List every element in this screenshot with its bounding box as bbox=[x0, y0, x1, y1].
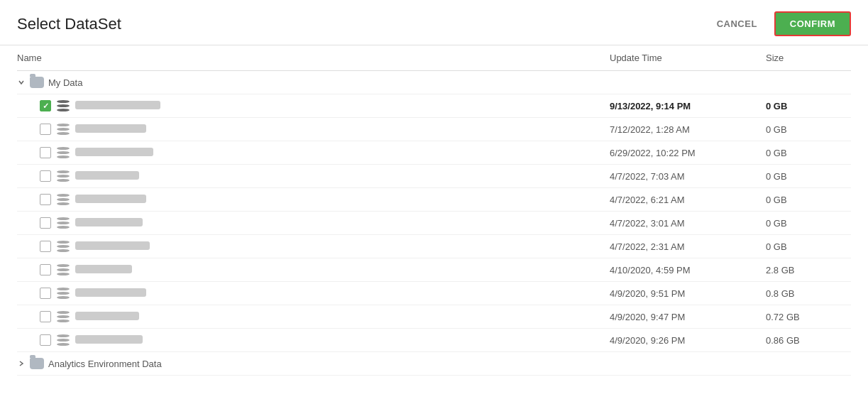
row-checkbox[interactable] bbox=[40, 194, 51, 205]
database-icon bbox=[57, 193, 70, 206]
row-size: 0.72 GB bbox=[766, 312, 851, 322]
row-checkbox[interactable] bbox=[40, 334, 51, 346]
database-icon bbox=[57, 240, 70, 253]
database-icon bbox=[57, 334, 70, 346]
row-checkbox[interactable] bbox=[40, 147, 51, 158]
table-row[interactable]: 9/13/2022, 9:14 PM0 GB bbox=[17, 94, 851, 118]
row-update-time: 4/9/2020, 9:51 PM bbox=[610, 288, 766, 299]
row-update-time: 4/7/2022, 7:03 AM bbox=[610, 171, 766, 182]
row-size: 2.8 GB bbox=[766, 265, 851, 275]
row-name bbox=[75, 288, 610, 299]
row-name bbox=[75, 241, 610, 252]
my-data-rows: 9/13/2022, 9:14 PM0 GB 7/12/2022, 1:28 A… bbox=[17, 94, 851, 352]
row-update-time: 4/7/2022, 6:21 AM bbox=[610, 195, 766, 205]
row-checkbox[interactable] bbox=[40, 217, 51, 229]
table-row[interactable]: 7/12/2022, 1:28 AM0 GB bbox=[17, 118, 851, 141]
row-name bbox=[75, 218, 610, 229]
row-checkbox[interactable] bbox=[40, 264, 51, 275]
col-header-update: Update Time bbox=[610, 53, 766, 63]
table-row[interactable]: 4/7/2022, 3:01 AM0 GB bbox=[17, 212, 851, 235]
row-update-time: 9/13/2022, 9:14 PM bbox=[610, 101, 766, 111]
row-checkbox[interactable] bbox=[40, 100, 51, 111]
row-checkbox[interactable] bbox=[40, 170, 51, 182]
row-update-time: 4/7/2022, 3:01 AM bbox=[610, 218, 766, 229]
row-update-time: 4/9/2020, 9:47 PM bbox=[610, 312, 766, 322]
row-name bbox=[75, 312, 610, 322]
row-size: 0 GB bbox=[766, 124, 851, 135]
row-checkbox[interactable] bbox=[40, 288, 51, 299]
table-row[interactable]: 4/9/2020, 9:51 PM0.8 GB bbox=[17, 282, 851, 305]
row-name bbox=[75, 265, 610, 275]
row-name bbox=[75, 101, 610, 111]
page-title: Select DataSet bbox=[17, 15, 121, 33]
table-row[interactable]: 6/29/2022, 10:22 PM0 GB bbox=[17, 141, 851, 165]
folder-icon bbox=[30, 358, 44, 369]
row-size: 0 GB bbox=[766, 241, 851, 252]
row-update-time: 6/29/2022, 10:22 PM bbox=[610, 148, 766, 158]
row-checkbox[interactable] bbox=[40, 311, 51, 322]
folder-toggle-analytics[interactable]: Analytics Environment Data bbox=[17, 358, 162, 369]
database-icon bbox=[57, 170, 70, 182]
row-size: 0 GB bbox=[766, 171, 851, 182]
folder-toggle-my-data[interactable]: My Data bbox=[17, 77, 82, 88]
confirm-button[interactable]: CONFIRM bbox=[774, 11, 851, 36]
row-size: 0.8 GB bbox=[766, 288, 851, 299]
chevron-right-icon bbox=[17, 359, 26, 368]
folder-analytics[interactable]: Analytics Environment Data bbox=[17, 352, 851, 376]
database-icon bbox=[57, 310, 70, 323]
header-actions: CANCEL CONFIRM bbox=[708, 11, 851, 36]
folder-name-my-data: My Data bbox=[48, 77, 82, 88]
dataset-table: Name Update Time Size My Data 9/13/2022,… bbox=[0, 45, 868, 376]
row-checkbox[interactable] bbox=[40, 241, 51, 252]
row-update-time: 7/12/2022, 1:28 AM bbox=[610, 124, 766, 135]
row-checkbox[interactable] bbox=[40, 124, 51, 135]
table-row[interactable]: 4/9/2020, 9:47 PM0.72 GB bbox=[17, 305, 851, 329]
database-icon bbox=[57, 146, 70, 159]
database-icon bbox=[57, 263, 70, 276]
row-size: 0 GB bbox=[766, 148, 851, 158]
row-update-time: 4/10/2020, 4:59 PM bbox=[610, 265, 766, 275]
row-size: 0 GB bbox=[766, 101, 851, 111]
row-name bbox=[75, 171, 610, 182]
chevron-down-icon bbox=[17, 78, 26, 87]
database-icon bbox=[57, 99, 70, 112]
database-icon bbox=[57, 123, 70, 136]
col-header-size: Size bbox=[766, 53, 851, 63]
row-update-time: 4/7/2022, 2:31 AM bbox=[610, 241, 766, 252]
folder-icon bbox=[30, 77, 44, 88]
database-icon bbox=[57, 217, 70, 229]
row-name bbox=[75, 148, 610, 158]
row-size: 0.86 GB bbox=[766, 335, 851, 346]
col-header-name: Name bbox=[17, 53, 610, 63]
table-row[interactable]: 4/7/2022, 2:31 AM0 GB bbox=[17, 235, 851, 258]
table-row[interactable]: 4/7/2022, 6:21 AM0 GB bbox=[17, 188, 851, 212]
row-size: 0 GB bbox=[766, 218, 851, 229]
cancel-button[interactable]: CANCEL bbox=[708, 13, 766, 35]
table-row[interactable]: 4/10/2020, 4:59 PM2.8 GB bbox=[17, 258, 851, 282]
row-name bbox=[75, 124, 610, 135]
dialog-header: Select DataSet CANCEL CONFIRM bbox=[0, 0, 868, 45]
table-row[interactable]: 4/7/2022, 7:03 AM0 GB bbox=[17, 165, 851, 188]
folder-name-analytics: Analytics Environment Data bbox=[48, 359, 162, 369]
folder-my-data[interactable]: My Data bbox=[17, 71, 851, 94]
row-name bbox=[75, 335, 610, 346]
row-name bbox=[75, 195, 610, 205]
table-row[interactable]: 4/9/2020, 9:26 PM0.86 GB bbox=[17, 329, 851, 352]
table-header: Name Update Time Size bbox=[17, 45, 851, 71]
database-icon bbox=[57, 287, 70, 300]
row-size: 0 GB bbox=[766, 195, 851, 205]
row-update-time: 4/9/2020, 9:26 PM bbox=[610, 335, 766, 346]
